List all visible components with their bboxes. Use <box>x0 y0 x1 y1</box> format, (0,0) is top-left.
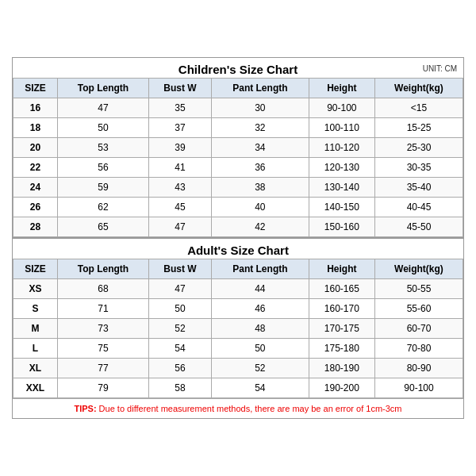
children-cell: 130-140 <box>309 178 374 198</box>
children-cell: 35 <box>149 98 212 118</box>
adult-cell: 68 <box>57 279 148 299</box>
children-cell: 36 <box>211 158 309 178</box>
children-cell: 110-120 <box>309 138 374 158</box>
adult-cell: 52 <box>211 359 309 378</box>
children-cell: 47 <box>57 98 148 118</box>
children-cell: 50 <box>57 118 148 138</box>
children-cell: 30 <box>211 98 309 118</box>
children-cell: 32 <box>211 118 309 138</box>
col-header-height: Height <box>309 79 374 98</box>
adult-cell: 79 <box>57 378 148 398</box>
adult-col-header-bust-w: Bust W <box>149 259 212 279</box>
adult-table-row: M735248170-17560-70 <box>13 319 463 339</box>
tips-text: Due to different measurement methods, th… <box>97 404 402 413</box>
children-cell: 26 <box>13 198 58 217</box>
col-header-size: SIZE <box>13 79 58 98</box>
children-cell: 25-30 <box>374 138 463 158</box>
children-cell: 59 <box>57 178 148 198</box>
adult-cell: 77 <box>57 359 148 378</box>
children-cell: 62 <box>57 198 148 217</box>
children-table-row: 20533934110-12025-30 <box>13 138 463 158</box>
adult-cell: XXL <box>13 378 58 398</box>
adult-table-row: XL775652180-19080-90 <box>13 359 463 378</box>
children-cell: 24 <box>13 178 58 198</box>
adult-table-row: L755450175-18070-80 <box>13 339 463 359</box>
children-cell: 16 <box>13 98 58 118</box>
adult-cell: 48 <box>211 319 309 339</box>
children-cell: 41 <box>149 158 212 178</box>
unit-label: UNIT: CM <box>423 63 457 72</box>
adult-col-header-height: Height <box>309 259 374 279</box>
children-cell: 15-25 <box>374 118 463 138</box>
children-cell: 40 <box>211 198 309 217</box>
children-cell: 45 <box>149 198 212 217</box>
children-cell: 100-110 <box>309 118 374 138</box>
col-header-weight: Weight(kg) <box>374 79 463 98</box>
adult-cell: 58 <box>149 378 212 398</box>
adult-section-title: Adult's Size Chart <box>13 237 463 259</box>
col-header-bust-w: Bust W <box>149 79 212 98</box>
tips-label: TIPS: <box>74 404 96 413</box>
children-cell: 28 <box>13 217 58 237</box>
adult-cell: 73 <box>57 319 148 339</box>
adult-cell: 80-90 <box>374 359 463 378</box>
children-cell: 90-100 <box>309 98 374 118</box>
children-cell: 20 <box>13 138 58 158</box>
children-cell: 150-160 <box>309 217 374 237</box>
col-header-pant-length: Pant Length <box>211 79 309 98</box>
children-cell: <15 <box>374 98 463 118</box>
adult-cell: S <box>13 299 58 319</box>
adult-cell: 71 <box>57 299 148 319</box>
col-header-top-length: Top Length <box>57 79 148 98</box>
adult-cell: 54 <box>149 339 212 359</box>
children-title-text: Children's Size Chart <box>178 63 298 76</box>
adult-cell: M <box>13 319 58 339</box>
adult-table-row: XXL795854190-20090-100 <box>13 378 463 398</box>
children-header-row: SIZE Top Length Bust W Pant Length Heigh… <box>13 79 463 98</box>
children-cell: 140-150 <box>309 198 374 217</box>
adult-cell: 50-55 <box>374 279 463 299</box>
adult-cell: 160-170 <box>309 299 374 319</box>
children-table-row: 22564136120-13030-35 <box>13 158 463 178</box>
adult-cell: 190-200 <box>309 378 374 398</box>
adult-col-header-pant-length: Pant Length <box>211 259 309 279</box>
adult-cell: 160-165 <box>309 279 374 299</box>
adult-cell: 90-100 <box>374 378 463 398</box>
children-cell: 42 <box>211 217 309 237</box>
adult-cell: XL <box>13 359 58 378</box>
children-table-row: 28654742150-16045-50 <box>13 217 463 237</box>
adult-cell: 52 <box>149 319 212 339</box>
children-table: SIZE Top Length Bust W Pant Length Heigh… <box>13 78 463 237</box>
tips-row: TIPS: Due to different measurement metho… <box>13 398 463 418</box>
adult-table: SIZE Top Length Bust W Pant Length Heigh… <box>13 259 463 398</box>
adult-cell: 50 <box>211 339 309 359</box>
adult-cell: 170-175 <box>309 319 374 339</box>
adult-cell: 75 <box>57 339 148 359</box>
adult-cell: 46 <box>211 299 309 319</box>
children-cell: 18 <box>13 118 58 138</box>
children-cell: 65 <box>57 217 148 237</box>
children-cell: 39 <box>149 138 212 158</box>
children-cell: 22 <box>13 158 58 178</box>
adult-col-header-size: SIZE <box>13 259 58 279</box>
children-cell: 37 <box>149 118 212 138</box>
children-cell: 35-40 <box>374 178 463 198</box>
children-cell: 34 <box>211 138 309 158</box>
children-table-row: 18503732100-11015-25 <box>13 118 463 138</box>
children-cell: 53 <box>57 138 148 158</box>
adult-col-header-top-length: Top Length <box>57 259 148 279</box>
children-cell: 120-130 <box>309 158 374 178</box>
adult-cell: 70-80 <box>374 339 463 359</box>
children-cell: 45-50 <box>374 217 463 237</box>
children-cell: 47 <box>149 217 212 237</box>
adult-table-row: S715046160-17055-60 <box>13 299 463 319</box>
children-cell: 43 <box>149 178 212 198</box>
adult-cell: 44 <box>211 279 309 299</box>
children-table-row: 24594338130-14035-40 <box>13 178 463 198</box>
children-cell: 40-45 <box>374 198 463 217</box>
children-cell: 30-35 <box>374 158 463 178</box>
children-cell: 38 <box>211 178 309 198</box>
adult-cell: 54 <box>211 378 309 398</box>
adult-cell: 175-180 <box>309 339 374 359</box>
children-table-row: 1647353090-100<15 <box>13 98 463 118</box>
